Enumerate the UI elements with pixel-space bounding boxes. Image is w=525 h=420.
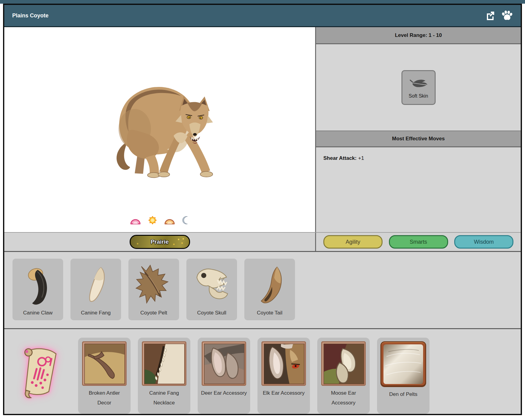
move-name: Shear Attack: bbox=[323, 155, 357, 161]
stat-pill-wisdom[interactable]: Wisdom bbox=[454, 235, 513, 249]
stat-pill-agility[interactable]: Agility bbox=[323, 235, 383, 249]
title-bar: Plains Coyote bbox=[4, 5, 521, 27]
craft-card-broken-antler-decor[interactable]: Broken Antler Decor bbox=[78, 338, 131, 414]
effective-moves-header: Most Effective Moves bbox=[316, 131, 521, 147]
level-range-header: Level Range: 1 - 10 bbox=[316, 27, 521, 44]
biome-stats-row: Prairie Agility Smarts Wisdom bbox=[4, 232, 521, 251]
biome-button-prairie[interactable]: Prairie bbox=[130, 235, 190, 249]
stat-pill-smarts[interactable]: Smarts bbox=[389, 235, 448, 249]
coyote-tail-image bbox=[250, 259, 289, 310]
feather-icon bbox=[409, 76, 428, 92]
drop-card-coyote-skull[interactable]: Coyote Skull bbox=[186, 259, 237, 320]
encounter-info-panel: Level Range: 1 - 10 Soft Skin Most Effec… bbox=[316, 27, 521, 232]
craft-card-deer-ear-accessory[interactable]: Deer Ear Accessory bbox=[198, 338, 250, 414]
elk-ear-accessory-image bbox=[261, 341, 306, 386]
deer-ear-accessory-image bbox=[202, 341, 246, 386]
canine-claw-image bbox=[18, 259, 58, 310]
weakness-soft-skin[interactable]: Soft Skin bbox=[401, 70, 436, 105]
move-row: Shear Attack:+1 bbox=[323, 155, 513, 161]
moon-icon bbox=[182, 216, 190, 225]
craft-label: Deer Ear Accessory bbox=[201, 388, 247, 398]
drop-card-coyote-tail[interactable]: Coyote Tail bbox=[244, 259, 295, 320]
craft-label: Elk Ear Accessory bbox=[261, 388, 307, 398]
main-area: Level Range: 1 - 10 Soft Skin Most Effec… bbox=[4, 27, 521, 232]
craft-label: Moose Ear Accessory bbox=[320, 388, 367, 408]
weakness-label: Soft Skin bbox=[408, 93, 428, 99]
craft-label: Broken Antler Decor bbox=[81, 388, 128, 408]
drop-card-canine-claw[interactable]: Canine Claw bbox=[13, 259, 63, 320]
encounter-window: Plains Coyote bbox=[3, 4, 522, 415]
craft-label: Den of Pelts bbox=[380, 389, 426, 399]
canine-fang-image bbox=[76, 259, 116, 310]
enemy-image-panel bbox=[4, 27, 315, 232]
craft-card-elk-ear-accessory[interactable]: Elk Ear Accessory bbox=[257, 338, 310, 414]
plains-coyote-image bbox=[90, 76, 225, 184]
recipe-scroll-icon[interactable] bbox=[16, 344, 62, 405]
biome-label: Prairie bbox=[151, 239, 169, 245]
page-top-strip bbox=[0, 0, 525, 4]
weakness-area: Soft Skin bbox=[316, 44, 521, 131]
den-of-pelts-image bbox=[380, 341, 426, 387]
craft-card-canine-fang-necklace[interactable]: Canine Fang Necklace bbox=[138, 338, 190, 414]
biome-area: Prairie bbox=[4, 233, 315, 251]
sun-icon bbox=[147, 216, 158, 225]
paw-icon[interactable] bbox=[501, 10, 513, 21]
drop-card-canine-fang[interactable]: Canine Fang bbox=[70, 259, 121, 320]
coyote-pelt-image bbox=[132, 259, 175, 310]
drop-label: Coyote Skull bbox=[197, 310, 226, 316]
sunrise-icon bbox=[130, 217, 141, 225]
effective-moves-list: Shear Attack:+1 bbox=[316, 147, 521, 232]
coyote-skull-image bbox=[190, 259, 233, 310]
move-bonus: +1 bbox=[358, 155, 364, 161]
broken-antler-decor-image bbox=[82, 341, 127, 386]
page-title: Plains Coyote bbox=[12, 13, 485, 19]
moose-ear-accessory-image bbox=[321, 341, 366, 386]
sunset-icon bbox=[164, 217, 175, 225]
drop-label: Coyote Tail bbox=[257, 310, 282, 316]
drop-label: Coyote Pelt bbox=[140, 310, 167, 316]
crafting-section: Broken Antler Decor Ca bbox=[4, 329, 521, 414]
craft-card-moose-ear-accessory[interactable]: Moose Ear Accessory bbox=[317, 338, 370, 414]
drops-section: Canine Claw Canine Fang Coyote Pelt bbox=[4, 252, 521, 328]
stats-area: Agility Smarts Wisdom bbox=[316, 233, 521, 251]
drop-label: Canine Fang bbox=[81, 310, 110, 316]
open-in-new-window-icon[interactable] bbox=[485, 11, 495, 20]
active-times bbox=[4, 216, 315, 225]
craft-card-den-of-pelts[interactable]: Den of Pelts bbox=[377, 338, 430, 414]
canine-fang-necklace-image bbox=[142, 341, 186, 386]
drop-card-coyote-pelt[interactable]: Coyote Pelt bbox=[128, 259, 179, 320]
drop-label: Canine Claw bbox=[23, 310, 52, 316]
craft-label: Canine Fang Necklace bbox=[141, 388, 187, 408]
